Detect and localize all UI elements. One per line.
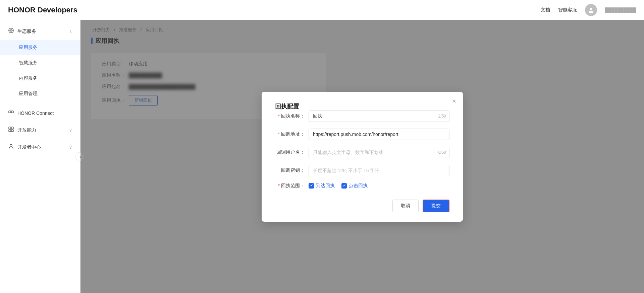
eco-services-label: 生态服务 [17,28,66,34]
sidebar-item-eco-services[interactable]: 生态服务 ∧ [0,23,80,40]
svg-rect-8 [9,111,11,113]
dialog-close-button[interactable]: × [452,98,456,104]
sidebar-item-app-services[interactable]: 应用服务 [0,40,80,55]
main-content: 开放能力 / 推送服务 / 应用回执 应用回执 应用类型： 移动应用 应用名称：… [80,20,644,293]
eco-services-arrow: ∧ [69,29,72,34]
developer-center-icon [8,143,14,151]
docs-link[interactable]: 文档 [541,7,550,13]
sidebar-item-open-capabilities[interactable]: 开放能力 ∨ [0,122,80,139]
form-input-wrap-name: 2/50 [309,111,449,122]
checkbox-click-box[interactable] [341,183,347,189]
checkbox-click[interactable]: 点击回执 [341,183,368,189]
honor-connect-label: HONOR Connect [17,111,72,116]
checkbox-arrive[interactable]: 到达回执 [309,183,335,189]
sidebar-item-developer-center[interactable]: 开发者中心 ∨ [0,139,80,156]
svg-rect-14 [11,130,13,132]
svg-point-1 [589,11,593,13]
open-capabilities-label: 开放能力 [17,127,66,133]
submit-button[interactable]: 提交 [423,200,449,212]
header-right: 文档 智能客服 ██████████ [541,4,636,16]
form-row-url: 回调地址： [275,129,449,140]
sidebar: 生态服务 ∧ 应用服务 智慧服务 内容服务 应用管理 HONOR Connect [0,20,80,293]
svg-point-0 [590,8,592,10]
form-label-url: 回调地址： [275,131,309,137]
dialog-title: 回执配置 [275,103,299,110]
callback-name-input[interactable] [309,111,449,122]
callback-config-dialog: 回执配置 × 回执名称： 2/50 回调地址： [262,92,463,222]
svg-rect-9 [11,111,13,113]
app-management-label: 应用管理 [19,91,72,97]
layout: 生态服务 ∧ 应用服务 智慧服务 内容服务 应用管理 HONOR Connect [0,20,644,293]
sidebar-item-app-management[interactable]: 应用管理 [0,86,80,101]
form-label-username: 回调用户名： [275,149,309,155]
form-row-name: 回执名称： 2/50 [275,111,449,122]
svg-point-15 [10,144,12,146]
form-row-username: 回调用户名： 0/50 [275,147,449,158]
username-display: ██████████ [605,7,636,12]
open-capabilities-icon [8,126,14,134]
smart-services-label: 智慧服务 [19,60,72,66]
header-logo: HONOR Developers [8,6,77,14]
svg-point-3 [10,30,12,31]
sidebar-item-smart-services[interactable]: 智慧服务 [0,55,80,71]
content-services-label: 内容服务 [19,75,72,81]
app-services-label: 应用服务 [19,45,72,51]
sidebar-item-content-services[interactable]: 内容服务 [0,71,80,86]
developer-center-label: 开发者中心 [17,144,66,150]
open-capabilities-arrow: ∨ [69,128,72,133]
checkbox-arrive-label: 到达回执 [316,183,335,189]
username-char-count: 0/50 [438,150,446,155]
support-link[interactable]: 智能客服 [558,7,577,13]
dialog-overlay: 回执配置 × 回执名称： 2/50 回调地址： [80,20,644,293]
developer-center-arrow: ∨ [69,145,72,150]
name-char-count: 2/50 [438,114,446,119]
callback-username-input[interactable] [309,147,449,158]
form-label-scope: 回执范围： [275,183,309,189]
sidebar-item-honor-connect[interactable]: HONOR Connect [0,104,80,122]
form-input-wrap-url [309,129,449,140]
callback-secret-input[interactable] [309,165,449,176]
callback-url-input[interactable] [309,129,449,140]
form-label-name: 回执名称： [275,113,309,119]
avatar[interactable] [585,4,597,16]
eco-services-icon [8,27,14,35]
sidebar-divider-1 [0,103,80,103]
checkbox-arrive-box[interactable] [309,183,314,189]
checkbox-click-label: 点击回执 [349,183,368,189]
svg-rect-11 [9,127,11,129]
header: HONOR Developers 文档 智能客服 ██████████ [0,0,644,20]
svg-rect-13 [9,130,11,132]
dialog-footer: 取消 提交 [275,200,449,212]
form-row-scope: 回执范围： 到达回执 点击回执 [275,183,449,189]
cancel-button[interactable]: 取消 [392,200,419,212]
svg-rect-12 [11,127,13,129]
honor-connect-icon [8,109,14,117]
scope-checkbox-group: 到达回执 点击回执 [309,183,449,189]
form-row-secret: 回调密钥： [275,165,449,176]
form-label-secret: 回调密钥： [275,167,309,173]
form-input-wrap-secret [309,165,449,176]
form-input-wrap-username: 0/50 [309,147,449,158]
